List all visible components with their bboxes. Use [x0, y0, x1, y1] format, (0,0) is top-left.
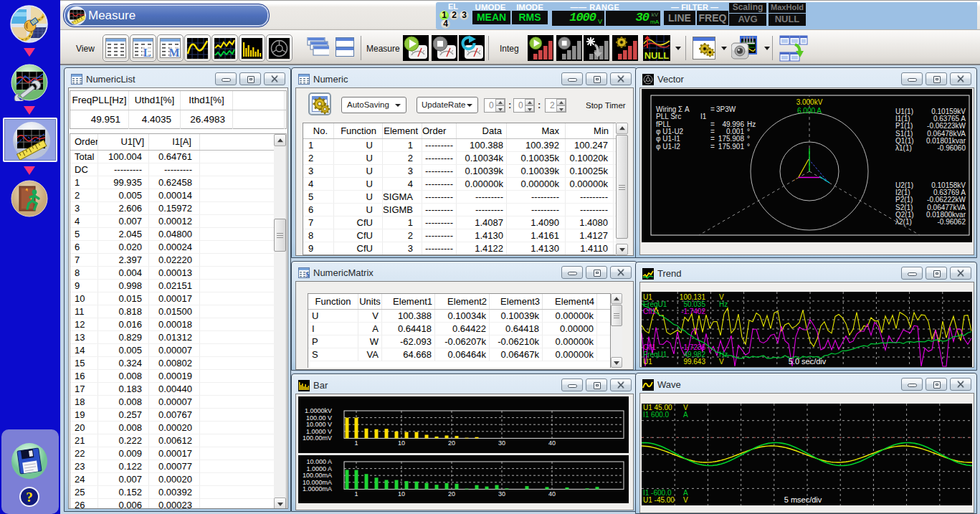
svg-text:10.000mA: 10.000mA	[303, 479, 332, 486]
svg-text:U1: U1	[643, 358, 652, 366]
svg-text:20: 20	[448, 490, 455, 498]
svg-text:-0.96060: -0.96060	[938, 144, 966, 152]
svg-text:V: V	[719, 358, 724, 366]
svg-text:I1: I1	[700, 113, 707, 120]
svg-text:40: 40	[548, 490, 556, 498]
svg-text:1.0000 V: 1.0000 V	[306, 428, 332, 435]
svg-text:175.901: 175.901	[718, 143, 745, 151]
svg-text:30: 30	[498, 490, 505, 498]
svg-text:10: 10	[398, 439, 405, 447]
svg-text:1.0000 A: 1.0000 A	[306, 465, 332, 472]
svg-text:99.643: 99.643	[683, 358, 705, 366]
svg-text:I1 600.0: I1 600.0	[643, 411, 670, 419]
svg-text:L: L	[143, 47, 151, 59]
svg-text:=: =	[710, 143, 715, 151]
svg-text:Cfl1: Cfl1	[643, 308, 656, 315]
svg-text:°: °	[747, 143, 750, 151]
svg-text:30: 30	[498, 439, 505, 447]
svg-text:M: M	[305, 271, 310, 279]
svg-text:100.00mA: 100.00mA	[303, 472, 332, 479]
svg-text:U1 -45.00: U1 -45.00	[643, 496, 675, 504]
svg-text:M: M	[168, 47, 179, 59]
svg-text:φ U1-I2: φ U1-I2	[656, 143, 680, 151]
svg-text:3P3W: 3P3W	[716, 105, 736, 113]
svg-text:5 msec/div: 5 msec/div	[784, 495, 822, 504]
svg-text:10.000 A: 10.000 A	[306, 458, 332, 465]
svg-text:A: A	[683, 411, 688, 419]
svg-text:5.0 sec/div: 5.0 sec/div	[789, 357, 827, 366]
svg-text:Hz: Hz	[719, 300, 728, 308]
svg-text:100.00 V: 100.00 V	[306, 414, 332, 422]
svg-text:1: 1	[354, 490, 358, 498]
svg-text:V: V	[683, 496, 688, 504]
svg-text:λ2(1): λ2(1)	[895, 218, 912, 226]
svg-text:1: 1	[354, 439, 358, 447]
svg-text:-1.7402: -1.7402	[681, 308, 705, 315]
svg-text:NULL: NULL	[644, 50, 670, 61]
svg-text:20: 20	[448, 439, 455, 447]
svg-text:40: 40	[548, 439, 556, 447]
svg-text:10.000 V: 10.000 V	[306, 421, 332, 428]
svg-text:100.00mV: 100.00mV	[303, 434, 332, 442]
svg-text:λ1(1): λ1(1)	[895, 144, 912, 152]
svg-text:=: =	[710, 105, 715, 113]
svg-text:6.000 A: 6.000 A	[797, 107, 822, 115]
svg-text:10: 10	[398, 490, 405, 498]
svg-text:1.0000kV: 1.0000kV	[305, 407, 332, 414]
svg-text:3.000kV: 3.000kV	[796, 98, 823, 106]
svg-text:?: ?	[26, 490, 33, 505]
svg-text:-0.96062: -0.96062	[938, 218, 966, 226]
svg-text:1.0000mA: 1.0000mA	[303, 485, 332, 492]
